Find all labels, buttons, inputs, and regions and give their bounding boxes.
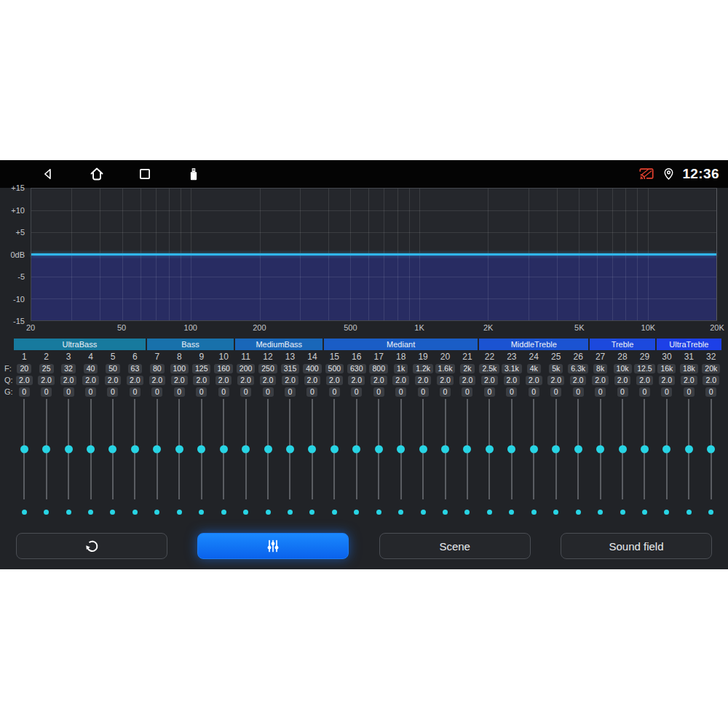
band-gain-slider[interactable] <box>213 399 234 499</box>
band-dot[interactable] <box>154 510 159 515</box>
slider-knob[interactable] <box>65 446 73 454</box>
band-dot[interactable] <box>44 510 49 515</box>
slider-knob[interactable] <box>308 446 316 454</box>
band-dot[interactable] <box>421 510 426 515</box>
band-gain-slider[interactable] <box>346 399 368 499</box>
band-gain-slider[interactable] <box>545 399 567 499</box>
slider-knob[interactable] <box>596 446 604 454</box>
band-gain-slider[interactable] <box>589 399 611 499</box>
band-dot[interactable] <box>509 510 514 515</box>
band-gain-slider[interactable] <box>124 399 146 499</box>
slider-knob[interactable] <box>331 446 339 454</box>
band-gain-slider[interactable] <box>700 399 722 499</box>
band-dot[interactable] <box>642 510 647 515</box>
band-gain-slider[interactable] <box>368 399 389 499</box>
band-gain-slider[interactable] <box>168 399 190 499</box>
band-dot[interactable] <box>620 510 625 515</box>
band-dot[interactable] <box>531 510 537 515</box>
slider-knob[interactable] <box>153 446 161 454</box>
band-dot[interactable] <box>309 510 314 515</box>
band-gain-slider[interactable] <box>478 399 500 499</box>
slider-knob[interactable] <box>619 446 627 454</box>
scene-button[interactable]: Scene <box>379 533 531 559</box>
band-gain-slider[interactable] <box>633 399 655 499</box>
band-dot[interactable] <box>553 510 558 515</box>
slider-knob[interactable] <box>42 446 50 454</box>
slider-knob[interactable] <box>286 446 294 454</box>
band-gain-slider[interactable] <box>678 399 700 499</box>
slider-knob[interactable] <box>131 446 139 454</box>
band-dot[interactable] <box>398 510 403 515</box>
slider-knob[interactable] <box>574 446 582 454</box>
band-dot[interactable] <box>243 510 248 515</box>
back-button[interactable] <box>41 166 55 182</box>
band-dot[interactable] <box>199 510 204 515</box>
band-gain-slider[interactable] <box>523 399 545 499</box>
slider-knob[interactable] <box>264 446 272 454</box>
home-button[interactable] <box>88 165 106 183</box>
band-gain-slider[interactable] <box>612 399 633 499</box>
slider-knob[interactable] <box>375 446 383 454</box>
band-gain-slider[interactable] <box>567 399 589 499</box>
band-dot[interactable] <box>687 510 692 515</box>
band-dot[interactable] <box>22 510 27 515</box>
slider-knob[interactable] <box>220 446 228 454</box>
recents-button[interactable] <box>138 167 153 182</box>
band-dot[interactable] <box>576 510 581 515</box>
slider-knob[interactable] <box>463 446 471 454</box>
slider-knob[interactable] <box>397 446 405 454</box>
band-dot[interactable] <box>443 510 448 515</box>
reset-button[interactable] <box>16 533 167 559</box>
band-dot[interactable] <box>376 510 381 515</box>
slider-knob[interactable] <box>197 446 205 454</box>
slider-knob[interactable] <box>441 446 449 454</box>
slider-knob[interactable] <box>20 446 28 454</box>
band-gain-slider[interactable] <box>412 399 434 499</box>
band-gain-slider[interactable] <box>389 399 411 499</box>
slider-knob[interactable] <box>352 446 360 454</box>
slider-knob[interactable] <box>685 446 693 454</box>
slider-knob[interactable] <box>707 446 715 454</box>
slider-knob[interactable] <box>507 446 515 454</box>
band-dot[interactable] <box>266 510 271 515</box>
band-dot[interactable] <box>110 510 115 515</box>
band-gain-slider[interactable] <box>234 399 256 499</box>
slider-knob[interactable] <box>108 446 116 454</box>
band-dot[interactable] <box>221 510 226 515</box>
band-dot[interactable] <box>464 510 470 515</box>
band-gain-slider[interactable] <box>79 399 101 499</box>
band-dot[interactable] <box>177 510 182 515</box>
band-gain-slider[interactable] <box>301 399 323 499</box>
band-dot[interactable] <box>88 510 93 515</box>
band-gain-slider[interactable] <box>434 399 456 499</box>
band-gain-slider[interactable] <box>102 399 124 499</box>
band-gain-slider[interactable] <box>257 399 279 499</box>
slider-knob[interactable] <box>87 446 95 454</box>
equalizer-button[interactable] <box>197 533 349 559</box>
slider-knob[interactable] <box>662 446 670 454</box>
band-gain-slider[interactable] <box>323 399 345 499</box>
band-dot[interactable] <box>332 510 337 515</box>
band-dot[interactable] <box>288 510 293 515</box>
slider-knob[interactable] <box>419 446 427 454</box>
band-gain-slider[interactable] <box>456 399 478 499</box>
band-gain-slider[interactable] <box>35 399 57 499</box>
slider-knob[interactable] <box>175 446 183 454</box>
slider-knob[interactable] <box>242 446 250 454</box>
band-dot[interactable] <box>664 510 669 515</box>
slider-knob[interactable] <box>530 446 538 454</box>
band-gain-slider[interactable] <box>191 399 213 499</box>
band-dot[interactable] <box>66 510 71 515</box>
band-gain-slider[interactable] <box>146 399 168 499</box>
band-dot[interactable] <box>132 510 138 515</box>
band-gain-slider[interactable] <box>656 399 678 499</box>
band-gain-slider[interactable] <box>13 399 35 499</box>
slider-knob[interactable] <box>641 446 649 454</box>
band-dot[interactable] <box>598 510 603 515</box>
band-dot[interactable] <box>708 510 713 515</box>
band-gain-slider[interactable] <box>501 399 523 499</box>
band-dot[interactable] <box>487 510 492 515</box>
slider-knob[interactable] <box>552 446 560 454</box>
sound-field-button[interactable]: Sound field <box>561 533 712 559</box>
slider-knob[interactable] <box>486 446 494 454</box>
